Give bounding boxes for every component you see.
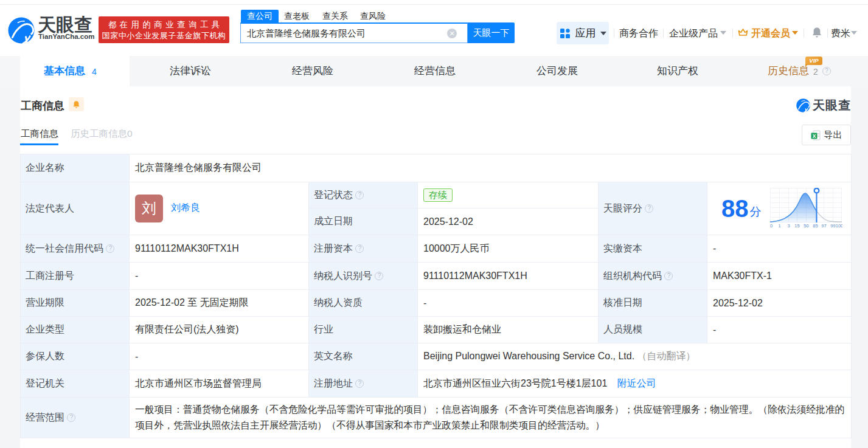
svg-text:50: 50: [804, 223, 808, 229]
svg-text:99: 99: [830, 223, 835, 229]
svg-text:1: 1: [778, 223, 780, 229]
svg-text:85: 85: [813, 223, 818, 229]
svg-text:15: 15: [794, 223, 799, 229]
svg-text:0: 0: [770, 223, 773, 229]
svg-text:X: X: [812, 133, 816, 139]
svg-text:100: 100: [835, 223, 842, 229]
svg-text:97: 97: [821, 223, 826, 229]
svg-text:3: 3: [787, 223, 790, 229]
